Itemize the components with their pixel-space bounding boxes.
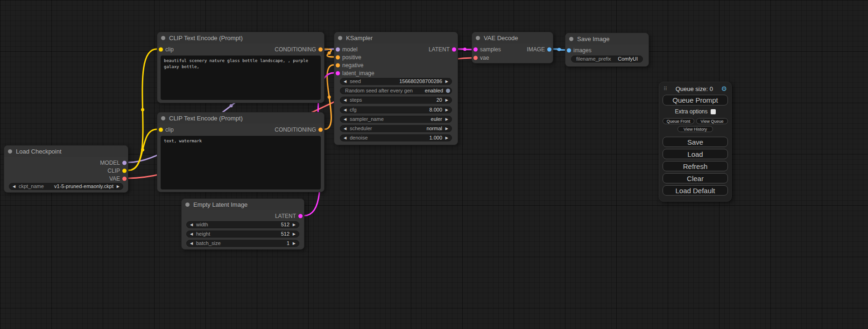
- widget-cfg[interactable]: ◀ cfg 8.000 ▶: [340, 106, 452, 113]
- load-default-button[interactable]: Load Default: [663, 185, 728, 196]
- output-label-latent: LATENT: [275, 213, 296, 219]
- queue-front-button[interactable]: Queue Front: [663, 118, 694, 124]
- increment-arrow-icon[interactable]: ▶: [293, 231, 296, 237]
- output-row: LATENT: [182, 212, 304, 220]
- node-empty-latent-image[interactable]: Empty Latent Image LATENT ◀ width 512 ▶ …: [181, 198, 304, 250]
- queue-menu-panel[interactable]: ⠿ Queue size: 0 ⚙ Queue Prompt Extra opt…: [659, 82, 732, 202]
- input-slot-clip-dot[interactable]: [159, 47, 163, 51]
- slot-row: images: [565, 46, 649, 54]
- clear-button[interactable]: Clear: [663, 173, 728, 183]
- decrement-arrow-icon[interactable]: ◀: [344, 97, 346, 103]
- increment-arrow-icon[interactable]: ▶: [445, 116, 448, 122]
- widget-width[interactable]: ◀ width 512 ▶: [186, 221, 299, 228]
- prompt-textarea[interactable]: beautiful scenery nature glass bottle la…: [161, 56, 321, 100]
- refresh-button[interactable]: Refresh: [663, 161, 728, 171]
- node-title-bar[interactable]: Save Image: [565, 33, 649, 44]
- increment-arrow-icon[interactable]: ▶: [445, 78, 448, 84]
- widget-scheduler[interactable]: ◀ scheduler normal ▶: [340, 125, 452, 132]
- node-ksampler[interactable]: KSampler model LATENT positive negative …: [334, 32, 458, 145]
- decrement-arrow-icon[interactable]: ◀: [190, 231, 193, 237]
- output-slot-latent-dot[interactable]: [452, 47, 456, 51]
- decrement-arrow-icon[interactable]: ◀: [344, 78, 346, 84]
- widget-batch-size[interactable]: ◀ batch_size 1 ▶: [186, 240, 299, 247]
- prompt-textarea[interactable]: text, watermark: [161, 136, 321, 189]
- view-history-button[interactable]: View History: [677, 126, 713, 132]
- widget-denoise[interactable]: ◀ denoise 1.000 ▶: [340, 134, 452, 141]
- slot-row: clip CONDITIONING: [157, 126, 324, 133]
- node-title: KSampler: [346, 35, 373, 42]
- decrement-arrow-icon[interactable]: ◀: [13, 183, 15, 189]
- output-slot-conditioning-dot[interactable]: [318, 47, 323, 51]
- collapse-dot[interactable]: [569, 37, 573, 41]
- widget-sampler-name[interactable]: ◀ sampler_name euler ▶: [340, 116, 452, 123]
- node-title-bar[interactable]: Load Checkpoint: [4, 146, 128, 157]
- widget-random-seed-toggle[interactable]: Random seed after every gen enabled: [340, 87, 452, 94]
- widget-filename-prefix[interactable]: filename_prefix ComfyUI: [571, 56, 643, 63]
- save-button[interactable]: Save: [663, 137, 728, 147]
- toggle-indicator-dot[interactable]: [446, 89, 450, 93]
- decrement-arrow-icon[interactable]: ◀: [344, 126, 346, 132]
- input-slot-negative-dot[interactable]: [336, 63, 340, 67]
- output-slot-vae-dot[interactable]: [122, 176, 127, 181]
- node-graph-canvas[interactable]: Load Checkpoint MODEL CLIP VAE ◀ ckpt_na…: [0, 0, 868, 329]
- decrement-arrow-icon[interactable]: ◀: [344, 116, 346, 122]
- input-slot-samples-dot[interactable]: [473, 48, 478, 52]
- input-slot-latent-image-dot[interactable]: [336, 71, 340, 75]
- queue-size-label: Queue size: 0: [676, 85, 713, 92]
- node-title-bar[interactable]: CLIP Text Encode (Prompt): [157, 112, 324, 124]
- increment-arrow-icon[interactable]: ▶: [293, 240, 296, 246]
- collapse-dot[interactable]: [161, 36, 165, 40]
- node-title-bar[interactable]: CLIP Text Encode (Prompt): [157, 32, 324, 43]
- output-slot-image-dot[interactable]: [547, 48, 551, 52]
- slot-row: samples IMAGE: [472, 45, 553, 54]
- decrement-arrow-icon[interactable]: ◀: [190, 222, 193, 228]
- widget-label: steps: [350, 97, 362, 103]
- queue-prompt-button[interactable]: Queue Prompt: [663, 95, 728, 105]
- node-title-bar[interactable]: Empty Latent Image: [182, 199, 304, 210]
- increment-arrow-icon[interactable]: ▶: [117, 183, 120, 189]
- collapse-dot[interactable]: [476, 36, 480, 40]
- input-slot-positive-dot[interactable]: [336, 55, 340, 59]
- output-slot-clip-dot[interactable]: [122, 168, 127, 173]
- widget-value: ComfyUI: [618, 56, 638, 62]
- node-vae-decode[interactable]: VAE Decode samples IMAGE vae: [472, 32, 553, 63]
- node-clip-text-encode-negative[interactable]: CLIP Text Encode (Prompt) clip CONDITION…: [157, 112, 325, 192]
- widget-steps[interactable]: ◀ steps 20 ▶: [340, 97, 452, 104]
- increment-arrow-icon[interactable]: ▶: [445, 126, 448, 132]
- decrement-arrow-icon[interactable]: ◀: [344, 135, 346, 141]
- node-clip-text-encode-positive[interactable]: CLIP Text Encode (Prompt) clip CONDITION…: [157, 32, 325, 103]
- collapse-dot[interactable]: [161, 116, 165, 120]
- collapse-dot[interactable]: [185, 203, 190, 207]
- extra-options-checkbox[interactable]: [711, 109, 716, 114]
- output-slot-model-dot[interactable]: [122, 161, 127, 165]
- node-title-bar[interactable]: VAE Decode: [472, 32, 553, 43]
- node-title: CLIP Text Encode (Prompt): [169, 35, 243, 42]
- widget-height[interactable]: ◀ height 512 ▶: [186, 231, 299, 238]
- increment-arrow-icon[interactable]: ▶: [445, 97, 448, 103]
- view-queue-button[interactable]: View Queue: [696, 118, 728, 124]
- decrement-arrow-icon[interactable]: ◀: [190, 240, 193, 246]
- load-button[interactable]: Load: [663, 149, 728, 159]
- drag-handle-icon[interactable]: ⠿: [663, 86, 667, 92]
- node-title: VAE Decode: [484, 35, 518, 42]
- output-slot-latent-dot[interactable]: [298, 214, 303, 218]
- input-label-model: model: [342, 46, 358, 53]
- input-slot-images-dot[interactable]: [567, 48, 571, 52]
- widget-seed[interactable]: ◀ seed 156680208700286 ▶: [340, 78, 452, 85]
- increment-arrow-icon[interactable]: ▶: [445, 135, 448, 141]
- input-slot-clip-dot[interactable]: [159, 127, 163, 132]
- node-load-checkpoint[interactable]: Load Checkpoint MODEL CLIP VAE ◀ ckpt_na…: [4, 145, 128, 193]
- settings-gear-icon[interactable]: ⚙: [721, 85, 727, 92]
- node-title-bar[interactable]: KSampler: [334, 32, 458, 43]
- node-save-image[interactable]: Save Image images filename_prefix ComfyU…: [565, 33, 649, 67]
- output-slot-conditioning-dot[interactable]: [318, 127, 323, 132]
- output-row: VAE: [4, 175, 128, 182]
- decrement-arrow-icon[interactable]: ◀: [344, 107, 346, 113]
- increment-arrow-icon[interactable]: ▶: [445, 107, 448, 113]
- input-slot-vae-dot[interactable]: [473, 56, 478, 60]
- collapse-dot[interactable]: [338, 36, 342, 40]
- input-slot-model-dot[interactable]: [336, 47, 340, 51]
- widget-ckpt-name[interactable]: ◀ ckpt_name v1-5-pruned-emaonly.ckpt ▶: [9, 183, 123, 190]
- increment-arrow-icon[interactable]: ▶: [293, 222, 296, 228]
- collapse-dot[interactable]: [8, 149, 12, 154]
